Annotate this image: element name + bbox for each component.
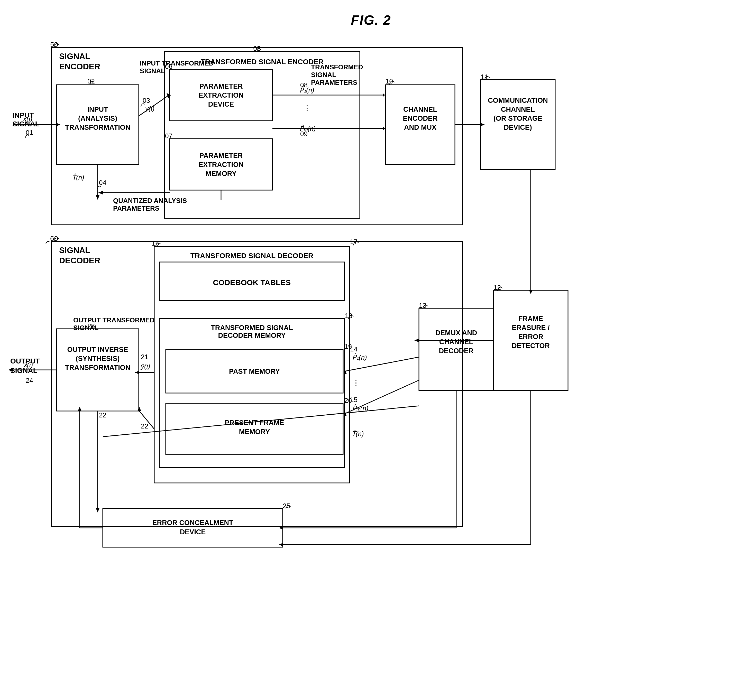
ref13: 13 [419, 301, 426, 309]
svg-marker-38 [279, 543, 283, 546]
demux-label: DEMUX AND [435, 329, 477, 337]
ref03: 03 [143, 97, 150, 104]
input-transform-label: INPUT [87, 106, 109, 113]
tsp-label3: PARAMETERS [311, 79, 357, 86]
tsd-mem-label2: DECODER MEMORY [218, 332, 286, 339]
svg-marker-12 [383, 126, 385, 130]
svg-marker-7 [98, 191, 103, 194]
svg-marker-14 [480, 123, 485, 126]
input-transform-label2: (ANALYSIS) [78, 115, 117, 122]
ref14: 14 [350, 345, 358, 353]
svg-marker-10 [383, 93, 385, 97]
output-inverse-label2: (SYNTHESIS) [75, 355, 119, 362]
ref22-dec: 22 [141, 422, 148, 430]
frame-erasure-label2: ERASURE / [512, 324, 550, 332]
encoder-frame-label2: ENCODER [59, 62, 100, 71]
param-extract-label2: EXTRACTION [199, 91, 244, 99]
ref24: 24 [26, 376, 33, 384]
tsd-mem-label: TRANSFORMED SIGNAL [211, 324, 293, 332]
xi-label: x(i) [23, 115, 32, 123]
comm-channel-label3: (OR STORAGE [493, 115, 542, 122]
codebook-label: CODEBOOK TABLES [213, 278, 291, 287]
frame-erasure-label: FRAME [518, 315, 543, 323]
tsd-label: TRANSFORMED SIGNAL DECODER [190, 252, 314, 260]
present-frame-label2: MEMORY [239, 428, 270, 436]
frame-erasure-label4: DETECTOR [512, 342, 550, 350]
svg-marker-43 [137, 407, 141, 411]
ref12: 12 [493, 284, 501, 291]
tse-label: TRANSFORMED SIGNAL ENCODER [201, 58, 324, 66]
ref09: 09 [300, 130, 308, 138]
param-extract-label: PARAMETER [199, 82, 243, 90]
dots-enc: ⋮ [303, 103, 311, 112]
quantized-params-label: QUANTIZED ANALYSIS [113, 197, 187, 204]
error-concealment-box [103, 509, 283, 547]
dots-dec: ⋮ [352, 378, 360, 387]
past-memory-label: PAST MEMORY [229, 368, 280, 375]
p1n-dec-label: P̂₁(n) [352, 353, 367, 361]
error-concealment-label: ERROR CONCEALMENT [152, 519, 234, 526]
ref04: 04 [99, 179, 106, 187]
param-memory-label: PARAMETER [199, 152, 243, 160]
tsp-label: TRANSFORMED [311, 63, 363, 71]
svg-marker-5 [96, 195, 99, 200]
ref22: 22 [99, 411, 106, 419]
svg-marker-28 [135, 371, 139, 374]
ref25: 25 [283, 502, 290, 510]
frame-erasure-label3: ERROR [518, 333, 543, 341]
decoder-frame-label2: DECODER [59, 256, 100, 265]
output-inverse-label3: TRANSFORMATION [65, 364, 130, 371]
svg-marker-21 [414, 338, 419, 342]
encoder-frame-label: SIGNAL [59, 51, 90, 61]
svg-marker-3 [166, 93, 171, 99]
demux-label2: CHANNEL [439, 338, 473, 346]
output-transformed-label: OUTPUT TRANSFORMED [73, 316, 155, 324]
output-transformed-label2: SIGNAL [73, 324, 99, 332]
input-transformed-label: INPUT TRANSFORMED [140, 59, 213, 67]
output-inverse-label: OUTPUT INVERSE [67, 346, 128, 353]
param-memory-label2: EXTRACTION [199, 161, 244, 169]
xihat-label: x̂(i) [23, 361, 33, 369]
tsp-label2: SIGNAL [311, 71, 336, 79]
channel-enc-label3: AND MUX [404, 124, 436, 131]
input-transformed-label2: SIGNAL [140, 67, 165, 75]
yi-enc-label: y(i) [145, 105, 155, 113]
param-extract-label3: DEVICE [208, 100, 234, 108]
ref08: 08 [300, 81, 308, 89]
comm-channel-label2: CHANNEL [501, 106, 535, 113]
comm-channel-label: COMMUNICATION [488, 97, 548, 104]
ref21: 21 [141, 353, 148, 361]
svg-marker-35 [78, 407, 81, 411]
param-memory-label3: MEMORY [206, 170, 237, 178]
comm-channel-label4: DEVICE) [504, 124, 532, 131]
quantized-params-label2: PARAMETERS [113, 204, 159, 212]
svg-marker-1 [56, 123, 60, 126]
yhat-label: ŷ(i) [140, 362, 150, 370]
svg-marker-16 [529, 290, 533, 294]
input-transform-label3: TRANSFORMATION [65, 124, 130, 131]
error-concealment-label2: DEVICE [180, 528, 206, 536]
ref07: 07 [165, 132, 172, 140]
channel-enc-label: CHANNEL [403, 106, 437, 113]
ref16: 16 [152, 240, 159, 247]
ref15: 15 [350, 396, 358, 404]
ref11: 11 [481, 73, 488, 81]
thatn-enc-label: T̂(n) [72, 174, 84, 181]
demux-label3: DECODER [439, 347, 473, 355]
decoder-frame-label: SIGNAL [59, 246, 90, 255]
thatn-dec-label: T̂(n) [352, 430, 364, 438]
svg-marker-30 [96, 508, 99, 512]
ref02: 02 [87, 77, 95, 85]
channel-enc-label2: ENCODER [403, 115, 437, 122]
